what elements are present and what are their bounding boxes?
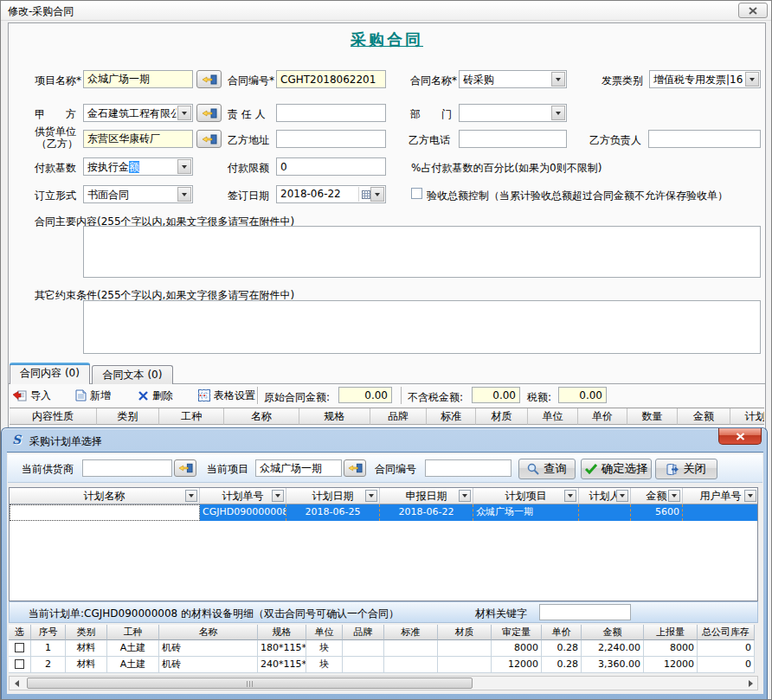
sign-date-picker[interactable]: 2018-06-22: [276, 185, 386, 203]
current-project-input[interactable]: [255, 459, 342, 477]
chevron-down-icon[interactable]: [551, 72, 565, 87]
column-filter-button[interactable]: [564, 490, 576, 502]
tax-amount-input[interactable]: [558, 387, 607, 403]
contract-name-select[interactable]: 砖采购: [459, 70, 567, 88]
party-b-phone-label: 乙方电话: [409, 133, 450, 148]
party-b-contact-label: 乙方负责人: [589, 133, 641, 148]
scroll-left-button[interactable]: [10, 677, 23, 690]
check-icon: [585, 464, 597, 474]
horizontal-scrollbar[interactable]: [9, 676, 758, 690]
column-filter-button[interactable]: [744, 490, 756, 502]
main-close-button[interactable]: [738, 3, 768, 18]
contract-no-filter-label: 合同编号: [375, 462, 416, 477]
dialog-close-button[interactable]: [718, 428, 762, 445]
form-type-select[interactable]: 书面合同: [83, 185, 193, 203]
chevron-down-icon[interactable]: [370, 187, 384, 202]
cell: [438, 657, 492, 673]
confirm-select-button[interactable]: 确定选择: [581, 459, 652, 479]
party-b-phone-input[interactable]: [459, 130, 567, 148]
current-supplier-label: 当前供货商: [22, 462, 74, 477]
party-a-select[interactable]: 金石建筑工程有限公: [83, 104, 193, 122]
column-header-3: 工种: [107, 625, 159, 640]
row-checkbox[interactable]: [15, 659, 24, 669]
table-settings-button[interactable]: 表格设置: [198, 386, 255, 405]
import-button[interactable]: 导入: [13, 386, 51, 405]
party-b-address-input[interactable]: [276, 130, 386, 148]
column-filter-button[interactable]: [459, 490, 471, 502]
column-header-5[interactable]: 计划人: [579, 488, 631, 504]
column-header-10: 审定量: [492, 625, 542, 640]
notax-amount-input[interactable]: [472, 387, 520, 403]
column-filter-button[interactable]: [272, 490, 284, 502]
chevron-down-icon[interactable]: [177, 187, 191, 202]
chevron-down-icon: [672, 494, 677, 498]
payment-limit-input[interactable]: [276, 157, 386, 176]
chevron-down-icon: [620, 494, 625, 498]
screen: 修改-采购合同 采购合同 项目名称* 合同编号* 合同名称* 砖采购 发票类别 …: [0, 0, 772, 700]
responsible-input[interactable]: [276, 104, 386, 122]
chevron-down-icon[interactable]: [177, 106, 191, 120]
project-name-input[interactable]: [83, 70, 193, 88]
tab-contract-content[interactable]: 合同内容 (0): [10, 363, 90, 384]
plan-row[interactable]: CGJHD0900000082018-06-252018-06-22众城广场一期…: [10, 504, 757, 521]
chevron-down-icon: [568, 494, 573, 498]
supplier-input[interactable]: [83, 130, 193, 148]
column-header-label: 材质: [455, 626, 474, 638]
invoice-type-select[interactable]: 增值税专用发票|16: [649, 70, 761, 88]
supplier-select-button[interactable]: [196, 130, 222, 148]
close-dialog-button[interactable]: 关闭: [655, 459, 717, 479]
party-b-contact-input[interactable]: [648, 130, 761, 148]
column-filter-button[interactable]: [616, 490, 628, 502]
project-select-button[interactable]: [196, 70, 222, 88]
supplier-picker-button[interactable]: [174, 459, 196, 477]
column-header-2[interactable]: 计划日期: [286, 488, 380, 504]
column-header-1[interactable]: 计划单号: [200, 488, 286, 504]
column-header-0[interactable]: 计划名称: [10, 488, 200, 504]
column-filter-button[interactable]: [185, 490, 197, 502]
chevron-down-icon[interactable]: [177, 159, 191, 174]
column-header-6[interactable]: 金额: [631, 488, 683, 504]
import-icon: [13, 389, 27, 401]
scroll-right-button[interactable]: [743, 677, 757, 690]
cell: 2018-06-22: [380, 504, 473, 521]
delete-button[interactable]: 删除: [138, 386, 173, 405]
project-picker-button[interactable]: [344, 459, 366, 477]
contract-no-filter-input[interactable]: [425, 459, 511, 477]
hand-picker-icon: [202, 74, 217, 85]
main-content-textarea[interactable]: [83, 226, 761, 278]
chevron-down-icon[interactable]: [551, 106, 565, 120]
column-header-label: 工种: [124, 626, 143, 638]
calendar-grid-icon: [362, 190, 370, 199]
chevron-down-icon[interactable]: [745, 72, 759, 87]
party-a-label: 甲 方: [35, 107, 76, 122]
cell: 块: [306, 640, 343, 657]
original-amount-input[interactable]: [338, 387, 392, 403]
table-header-row: 选序号类别工种名称规格单位品牌标准材质审定量单价金额上报量总公司库存: [9, 625, 756, 640]
department-select[interactable]: [459, 104, 567, 122]
payment-base-select[interactable]: 按执行金额: [83, 157, 193, 176]
scroll-thumb[interactable]: [27, 678, 473, 689]
column-header-label: 用户单号: [700, 490, 742, 502]
invoice-type-label: 发票类别: [602, 74, 643, 88]
table-settings-label: 表格设置: [214, 389, 255, 403]
material-keyword-input[interactable]: [539, 604, 631, 620]
column-filter-button[interactable]: [668, 490, 680, 502]
search-button[interactable]: 查询: [518, 459, 576, 479]
acceptance-total-checkbox[interactable]: [411, 188, 422, 199]
column-header-3[interactable]: 申报日期: [380, 488, 473, 504]
search-label: 查询: [544, 461, 567, 477]
other-terms-textarea[interactable]: [83, 300, 761, 354]
tab-contract-text[interactable]: 合同文本 (0): [92, 365, 173, 384]
row-checkbox[interactable]: [15, 643, 24, 652]
detail-row[interactable]: 2材料A土建机砖240*115*块120000.283,360.00120000: [9, 657, 756, 673]
column-header-4[interactable]: 计划项目: [473, 488, 579, 504]
detail-row[interactable]: 1材料A土建机砖180*115*块80000.282,240.0080000: [9, 640, 756, 657]
add-button[interactable]: 新增: [75, 386, 111, 405]
current-supplier-input[interactable]: [82, 459, 172, 477]
column-header-label: 计划日期: [312, 490, 354, 502]
column-filter-button[interactable]: [365, 490, 377, 502]
contract-no-input[interactable]: [276, 70, 386, 88]
party-a-select-button[interactable]: [196, 104, 222, 122]
chevron-down-icon: [275, 494, 280, 498]
column-header-7[interactable]: 用户单号: [683, 488, 758, 504]
